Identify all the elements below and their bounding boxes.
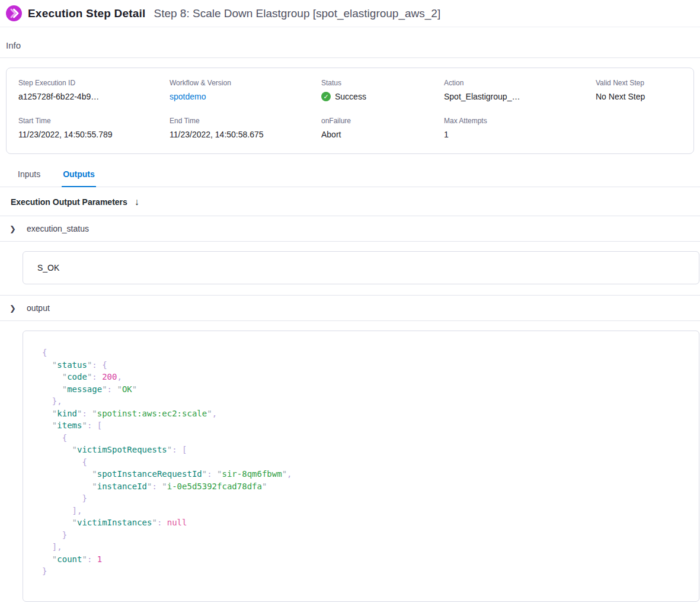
field-label: Start Time	[18, 117, 170, 125]
execution-status-content: S_OK	[0, 242, 700, 296]
field-value: a125728f-6b22-4b9…	[18, 92, 170, 101]
param-name: output	[27, 303, 50, 313]
output-content: { "status": { "code": 200, "message": "O…	[0, 321, 700, 603]
execution-step-detail-page: Execution Step Detail Step 8: Scale Down…	[0, 0, 700, 603]
param-row-execution-status[interactable]: ❯ execution_status	[0, 216, 700, 242]
field-onfailure: onFailure Abort	[321, 117, 444, 139]
status-text: Success	[335, 92, 366, 101]
field-value: 11/23/2022, 14:50:58.675	[170, 130, 321, 139]
page-title: Execution Step Detail	[28, 7, 145, 20]
status-badge: ✓ Success	[321, 92, 444, 101]
field-label: End Time	[170, 117, 321, 125]
field-end-time: End Time 11/23/2022, 14:50:58.675	[170, 117, 321, 139]
field-value: 11/23/2022, 14:50:55.789	[18, 130, 170, 139]
param-row-output[interactable]: ❯ output	[0, 296, 700, 321]
tab-outputs[interactable]: Outputs	[62, 166, 96, 187]
chevron-right-icon: ❯	[9, 304, 16, 312]
field-label: Max Attempts	[444, 117, 596, 125]
tab-inputs[interactable]: Inputs	[17, 166, 41, 187]
app-logo-icon	[6, 5, 22, 21]
field-value: Spot_Elastigroup_…	[444, 92, 596, 101]
field-label: Step Execution ID	[18, 79, 170, 87]
field-valid-next-step: Valid Next Step No Next Step	[596, 79, 682, 101]
field-status: Status ✓ Success	[321, 79, 444, 101]
field-value: No Next Step	[596, 92, 682, 101]
field-label: Workflow & Version	[170, 79, 321, 87]
page-header: Execution Step Detail Step 8: Scale Down…	[0, 0, 700, 27]
success-check-icon: ✓	[321, 92, 331, 101]
output-parameters-header: Execution Output Parameters ↓	[0, 187, 700, 216]
output-parameters-title: Execution Output Parameters	[11, 197, 127, 207]
field-workflow-version: Workflow & Version spotdemo	[170, 79, 321, 101]
page-subtitle: Step 8: Scale Down Elastgroup [spot_elas…	[154, 7, 440, 20]
info-section-label: Info	[0, 27, 700, 58]
field-label: onFailure	[321, 117, 444, 125]
field-step-execution-id: Step Execution ID a125728f-6b22-4b9…	[18, 79, 170, 101]
field-label: Status	[321, 79, 444, 87]
field-action: Action Spot_Elastigroup_…	[444, 79, 596, 101]
step-info-grid: Step Execution ID a125728f-6b22-4b9… Wor…	[18, 79, 682, 139]
output-json-viewer: { "status": { "code": 200, "message": "O…	[42, 347, 680, 578]
io-tabs: Inputs Outputs	[0, 154, 700, 187]
chevron-right-icon: ❯	[9, 225, 16, 233]
step-info-card: Step Execution ID a125728f-6b22-4b9… Wor…	[6, 68, 694, 154]
field-value: Abort	[321, 130, 444, 139]
param-name: execution_status	[27, 224, 89, 233]
field-value: 1	[444, 130, 596, 139]
field-start-time: Start Time 11/23/2022, 14:50:55.789	[18, 117, 170, 139]
field-label: Valid Next Step	[596, 79, 682, 87]
execution-status-value-box: S_OK	[23, 251, 699, 284]
field-max-attempts: Max Attempts 1	[444, 117, 596, 139]
output-json-box: { "status": { "code": 200, "message": "O…	[23, 331, 699, 602]
field-label: Action	[444, 79, 596, 87]
workflow-link[interactable]: spotdemo	[170, 92, 321, 101]
download-arrow-icon[interactable]: ↓	[135, 197, 139, 207]
